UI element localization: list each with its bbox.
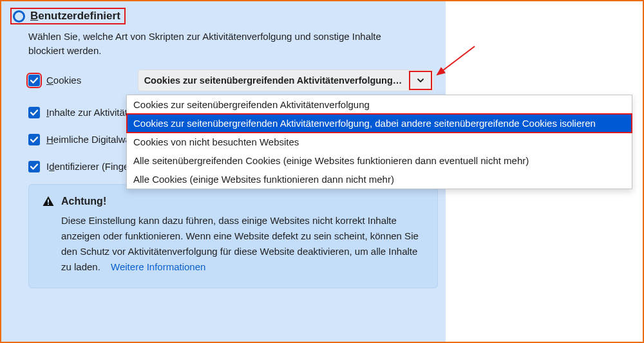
svg-line-2	[437, 46, 475, 75]
row-cookies: Cookies Cookies zur seitenübergreifenden…	[28, 70, 434, 91]
cookies-dropdown-option[interactable]: Alle seitenübergreifenden Cookies (einig…	[127, 151, 632, 170]
cookies-dropdown-option[interactable]: Cookies zur seitenübergreifenden Aktivit…	[127, 95, 632, 114]
svg-rect-0	[48, 199, 49, 203]
warning-title: Achtung!	[61, 196, 106, 207]
section-description: Wählen Sie, welche Art von Skripten zur …	[28, 30, 389, 58]
custom-radio-row[interactable]: Benutzerdefiniert	[10, 8, 126, 24]
cookies-dropdown-selected: Cookies zur seitenübergreifenden Aktivit…	[138, 75, 408, 86]
cookies-dropdown-option[interactable]: Alle Cookies (einige Websites funktionie…	[127, 170, 632, 189]
check-icon	[30, 162, 39, 171]
label-cookies: Cookies	[46, 75, 81, 86]
warning-body: Diese Einstellung kann dazu führen, dass…	[61, 213, 424, 275]
check-icon	[30, 135, 39, 144]
cookies-dropdown-button[interactable]	[409, 71, 432, 90]
warning-icon	[42, 195, 55, 208]
chevron-down-icon	[416, 76, 425, 85]
cookies-dropdown[interactable]: Cookies zur seitenübergreifenden Aktivit…	[138, 70, 434, 91]
cookies-dropdown-option[interactable]: Cookies von nicht besuchten Websites	[127, 133, 632, 151]
more-info-link[interactable]: Weitere Informationen	[111, 261, 205, 272]
warning-box: Achtung! Diese Einstellung kann dazu füh…	[28, 184, 438, 288]
check-icon	[30, 76, 39, 85]
check-icon	[30, 108, 39, 117]
svg-rect-1	[48, 203, 49, 205]
cookies-dropdown-option[interactable]: Cookies zur seitenübergreifenden Aktivit…	[127, 114, 632, 133]
annotation-arrow-icon	[430, 44, 481, 82]
custom-radio[interactable]	[13, 10, 25, 23]
screenshot-frame: Benutzerdefiniert Wählen Sie, welche Art…	[0, 0, 644, 343]
section-title: Benutzerdefiniert	[30, 10, 120, 23]
checkbox-fingerprinters[interactable]	[28, 161, 40, 172]
checkbox-cryptominers[interactable]	[28, 134, 40, 145]
checkbox-tracking-content[interactable]	[28, 107, 40, 118]
checkbox-cookies[interactable]	[28, 75, 40, 86]
cookies-dropdown-list[interactable]: Cookies zur seitenübergreifenden Aktivit…	[126, 95, 632, 189]
